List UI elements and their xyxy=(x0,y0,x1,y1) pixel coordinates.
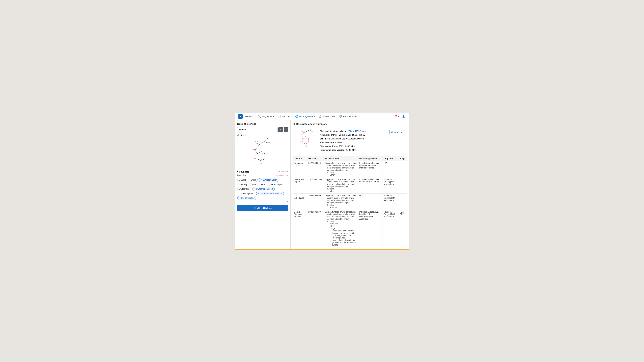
check-icon: ✓ xyxy=(260,179,262,181)
check-icon-sw: ✓ xyxy=(254,188,256,190)
molecule-name-display: albuterol xyxy=(237,134,288,137)
svg-text:OH: OH xyxy=(300,134,302,136)
svg-text:HO: HO xyxy=(254,158,256,159)
country-tag-european-union[interactable]: ✓European Union xyxy=(258,178,279,182)
col-drug-info: Drug info xyxy=(382,156,398,161)
country-tag-germany[interactable]: Germany xyxy=(237,183,249,186)
check-icon-us: ✓ xyxy=(258,192,260,195)
hs-single-check-icon: 🌐 xyxy=(295,115,298,118)
cell-pharma-agreement: N/A xyxy=(358,193,382,210)
check-icon-usb: ✓ xyxy=(239,197,240,199)
svg-line-27 xyxy=(305,131,307,132)
svg-line-25 xyxy=(302,133,304,136)
svg-text:CH₃: CH₃ xyxy=(267,142,270,143)
nav-hs-file-check[interactable]: 📋 HS file check xyxy=(317,113,337,120)
right-panel: ⊞ HS single check summary OH OH HO xyxy=(290,120,409,249)
country-tag-switzerland[interactable]: Switzerland xyxy=(237,187,251,191)
help-label: ▾ xyxy=(398,116,399,118)
country-tag-switzerland-export[interactable]: ✓Switzerland Export xyxy=(252,187,275,191)
svg-line-3 xyxy=(255,150,257,154)
country-tag-japan[interactable]: Japan xyxy=(259,183,268,186)
iupac-link[interactable]: (Show IUPAC name) xyxy=(348,130,367,132)
brand: S cHemTS xyxy=(236,114,254,119)
scroll-indicator: ▸ xyxy=(237,200,288,203)
country-tag-china[interactable]: China xyxy=(249,178,258,182)
clear-button[interactable]: ✕ xyxy=(284,127,288,132)
help-icon: ❓ xyxy=(394,115,398,118)
molecule-thumbnail: OH OH HO NH CH₃ CH₃ H₃C CH₃ xyxy=(296,129,317,148)
panel-title: HS single check xyxy=(237,122,288,125)
nav-hs-single-check-label: HS single check xyxy=(299,115,315,118)
summary-card: OH OH HO NH CH₃ CH₃ H₃C CH₃ xyxy=(292,127,407,154)
cell-hs-code: 2922.50.4500 xyxy=(307,193,323,210)
smiles-input[interactable] xyxy=(237,127,278,132)
svg-text:CH₃: CH₃ xyxy=(255,140,257,142)
brand-icon: S xyxy=(238,114,242,119)
svg-line-10 xyxy=(264,139,266,142)
kb-version-label: Knowledge base version: xyxy=(320,149,345,151)
copy-button[interactable]: ⊕ xyxy=(278,127,283,132)
table-row: US ScheduleB 2922.50.4500 Oxygen-functio… xyxy=(292,193,407,210)
nav-file-check[interactable]: 📄 File check xyxy=(276,113,294,120)
svg-text:CH₃: CH₃ xyxy=(301,129,303,131)
country-tag-japan-export[interactable]: Japan Export xyxy=(269,183,284,186)
generate-label: Generate xyxy=(391,131,400,133)
cell-hs-description: Oxygen-function amino-compounds Amino-al… xyxy=(323,210,358,247)
nav-administration[interactable]: ⚙️ Administration xyxy=(337,113,358,120)
checked-structure-label: Checked structure: xyxy=(320,130,339,132)
nav-single-check-label: Single check xyxy=(262,115,274,118)
country-tag-united-kingdom[interactable]: United Kingdom xyxy=(237,192,255,195)
help-button[interactable]: ❓ ▾ xyxy=(393,114,400,119)
countries-title: Countries xyxy=(239,171,249,173)
table-header-row: Country HS code HS description Pharma ag… xyxy=(292,156,407,161)
country-tag-us-scheduleb[interactable]: ✓US ScheduleB xyxy=(237,196,256,200)
svg-line-6 xyxy=(255,147,257,150)
table-icon: ⊞ xyxy=(292,122,295,126)
navbar: S cHemTS ✏️ Single check 📄 File check 🌐 … xyxy=(235,113,409,120)
chevron-down-icon: ▾ xyxy=(237,171,238,173)
cell-pharma-agreement: Included as salbutamol in Anhang 1 of Pa… xyxy=(358,177,382,193)
user-button[interactable]: 👤 ▾ xyxy=(401,114,408,119)
nav-single-check[interactable]: ✏️ Single check xyxy=(256,113,276,120)
structure-box: HO OH HO NH CH₃ xyxy=(237,138,288,169)
country-tag-canada[interactable]: Canada xyxy=(237,178,248,182)
cell-hs-description: Oxygen-function amino-compounds Amino-al… xyxy=(323,177,358,193)
cell-drug-info: Found in Drugs@FDA as albuterol xyxy=(382,177,398,193)
country-tag-united-states[interactable]: ✓United States of America xyxy=(256,192,284,195)
nav-administration-label: Administration xyxy=(343,115,357,118)
svg-text:CH₃: CH₃ xyxy=(266,138,268,139)
single-check-icon: ✏️ xyxy=(258,115,261,118)
cell-flags xyxy=(398,161,407,177)
svg-text:OH: OH xyxy=(252,149,255,150)
svg-text:OH: OH xyxy=(305,145,307,147)
cell-country: US ScheduleB xyxy=(292,193,307,210)
chemts-check-globe-icon: 🌐 xyxy=(254,207,256,209)
administration-icon: ⚙️ xyxy=(339,115,342,118)
user-icon: 👤 xyxy=(402,115,405,118)
chemts-check-button[interactable]: 🌐 cHemTS check xyxy=(237,205,288,211)
cell-hs-code: 2922.5000.999 xyxy=(307,177,323,193)
cell-pharma-agreement: Included as salbutamol in table 1 of Pha… xyxy=(358,210,382,247)
svg-marker-1 xyxy=(258,153,264,160)
countries-section: ▾ Countries 4 selected Countries: Clear … xyxy=(237,171,288,203)
col-hs-description: HS description xyxy=(323,156,358,161)
cell-hs-description: Oxygen-function amino-compounds Amino-al… xyxy=(323,161,358,177)
summary-header: ⊞ HS single check summary xyxy=(292,122,407,126)
nav-hs-file-check-label: HS file check xyxy=(322,115,335,118)
country-tag-india[interactable]: India xyxy=(250,183,258,186)
table-row: European Union 2922.50.0090 Oxygen-funct… xyxy=(292,161,407,177)
summary-info: Checked structure: albuterol (Show IUPAC… xyxy=(320,129,387,152)
cell-flags xyxy=(398,177,407,193)
generate-chevron-icon: ▾ xyxy=(401,131,402,133)
countries-header[interactable]: ▾ Countries 4 selected xyxy=(237,171,288,173)
cell-hs-code: 2922.50.0090 xyxy=(307,161,323,177)
generate-button[interactable]: Generate ▾ xyxy=(389,130,404,134)
col-hs-code: HS code xyxy=(307,156,323,161)
summary-title: HS single check summary xyxy=(296,123,327,125)
svg-line-29 xyxy=(310,129,311,130)
clear-selection-link[interactable]: Clear selection xyxy=(275,174,288,177)
cell-drug-info: N/A xyxy=(382,161,398,177)
nav-hs-single-check[interactable]: 🌐 HS single check xyxy=(294,113,316,120)
cell-flags: FD2, EP7 xyxy=(398,210,407,247)
selected-count: 4 selected xyxy=(279,171,288,173)
